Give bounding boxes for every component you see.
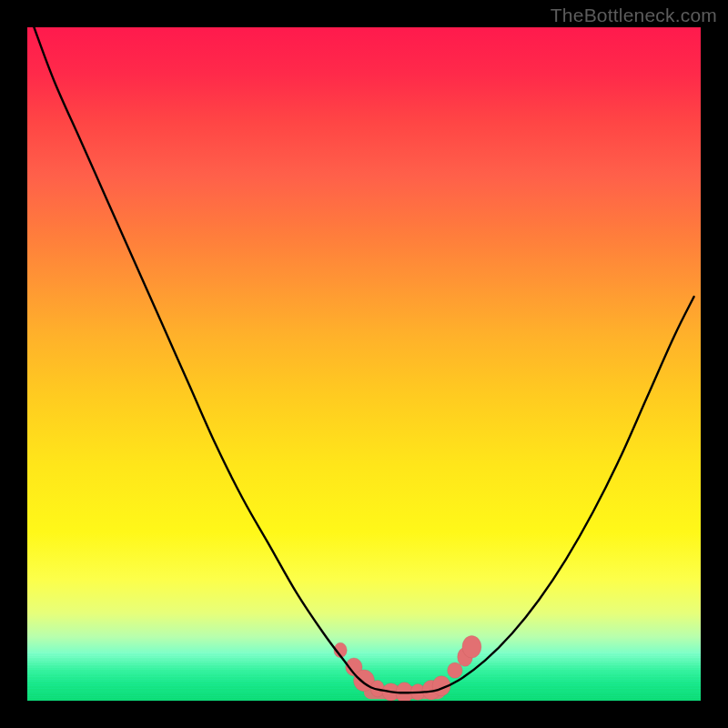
marker-dot [396, 682, 413, 701]
marker-dot [462, 636, 481, 659]
marker-dot [448, 662, 463, 678]
watermark-text: TheBottleneck.com [551, 5, 717, 26]
plot-area [27, 27, 701, 701]
curves-svg [27, 27, 701, 701]
chart-stage: TheBottleneck.com [0, 0, 728, 728]
bottleneck-curve [34, 27, 693, 693]
marker-layer [334, 636, 481, 701]
